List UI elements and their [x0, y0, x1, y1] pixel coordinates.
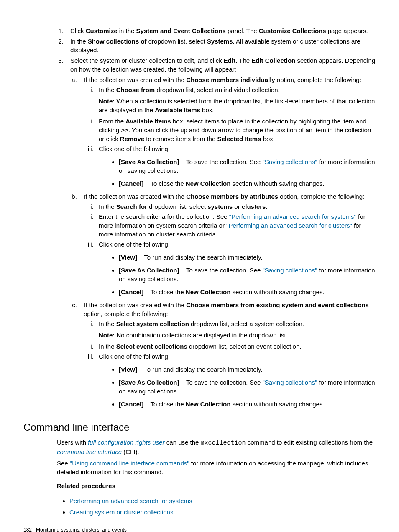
action-label: [View]	[119, 366, 137, 373]
text: (CLI).	[122, 448, 139, 455]
bold: Related procedures	[57, 482, 115, 489]
text: In the	[99, 86, 116, 93]
roman-list-a: In the Choose from dropdown list, select…	[84, 85, 376, 188]
text: option, complete the following:	[84, 310, 168, 317]
bullets-a: [Save As Collection] To save the collect…	[99, 157, 376, 188]
c-iii: Click one of the following: [View] To ru…	[95, 352, 376, 409]
text: . The	[235, 57, 251, 64]
chapter-title: Monitoring systems, clusters, and events	[36, 527, 127, 532]
text: Users with	[57, 439, 88, 446]
text: See	[57, 460, 70, 467]
text: No combination collections are displayed…	[115, 332, 288, 339]
view-bullet: [View] To run and display the search imm…	[119, 253, 376, 262]
text: If the collection was created with the	[84, 301, 186, 308]
text: Click one of the following:	[99, 145, 170, 152]
bold: clusters	[242, 203, 266, 210]
text: To close the	[151, 401, 186, 408]
a-i: In the Choose from dropdown list, select…	[95, 85, 376, 114]
link-saving-collections[interactable]: "Saving collections"	[263, 158, 317, 165]
bold: Choose members by attributes	[186, 193, 278, 200]
b-iii: Click one of the following: [View] To ru…	[95, 240, 376, 296]
text: section withouth saving changes.	[230, 401, 324, 408]
a-ii: From the Available Items box, select ite…	[95, 117, 376, 143]
text: dropdown list, select	[147, 38, 207, 45]
bold: Customize Collections	[259, 27, 326, 34]
bold: New Collection	[186, 401, 231, 408]
text: In the	[99, 320, 116, 327]
glossary-term[interactable]: command line interface	[57, 448, 122, 455]
text: When a collection is selected from the d…	[99, 98, 375, 113]
text: box.	[261, 135, 275, 142]
b-i: In the Search for dropdown list, select …	[95, 202, 376, 211]
cancel-bullet: [Cancel] To close the New Collection sec…	[119, 400, 376, 409]
glossary-term[interactable]: full configuration rights user	[88, 439, 164, 446]
action-label: [View]	[119, 254, 137, 261]
bold: Available Items	[125, 118, 171, 125]
bold: Choose members from existing system and …	[186, 301, 369, 308]
text: In the	[99, 343, 116, 350]
text: To close the	[151, 180, 186, 187]
bold: Choose members individually	[186, 76, 275, 83]
text: to remove items from the	[144, 135, 217, 142]
link-saving-collections[interactable]: "Saving collections"	[263, 379, 317, 386]
text: To close the	[151, 288, 186, 296]
related-procedures-list: Performing an advanced search for system…	[57, 496, 376, 517]
link-related-2[interactable]: Creating system or cluster collections	[69, 509, 173, 516]
note-a: Note: When a collection is selected from…	[99, 97, 376, 114]
text: To run and display the search immediatel…	[144, 254, 262, 261]
note-c: Note: No combination collections are dis…	[99, 331, 376, 339]
link-adv-search-systems[interactable]: "Performing an advanced search for syste…	[229, 213, 356, 220]
item-b: If the collection was created with the C…	[79, 192, 376, 296]
related-item-1: Performing an advanced search for system…	[69, 496, 376, 505]
bold: >>	[121, 126, 128, 134]
link-cli-commands[interactable]: "Using command line interface commands"	[70, 460, 189, 467]
item-a: If the collection was created with the C…	[79, 75, 376, 188]
a-iii: Click one of the following: [Save As Col…	[95, 144, 376, 188]
text: dropdown list, select a system collectio…	[189, 320, 304, 327]
note-label: Note:	[99, 332, 115, 339]
bold: Select system collection	[116, 320, 189, 327]
text: panel. The	[226, 27, 259, 34]
view-bullet: [View] To run and display the search imm…	[119, 365, 376, 374]
save-bullet: [Save As Collection] To save the collect…	[119, 378, 376, 396]
cli-paragraph-2: See "Using command line interface comman…	[57, 459, 376, 476]
c-i: In the Select system collection dropdown…	[95, 319, 376, 339]
text: can use the	[165, 439, 201, 446]
bold: New Collection	[186, 180, 231, 187]
bold: System and Event Collections	[136, 27, 226, 34]
cli-heading: Command line interface	[23, 420, 376, 434]
related-item-2: Creating system or cluster collections	[69, 508, 376, 517]
bold: Show collections of	[88, 38, 147, 45]
bold: Edit Collection	[251, 57, 295, 64]
bullets-c: [View] To run and display the search imm…	[99, 365, 376, 409]
text: section withouth saving changes.	[230, 288, 324, 296]
bold: Systems	[207, 38, 233, 45]
item-c: If the collection was created with the C…	[79, 301, 376, 409]
bold: Customize	[86, 27, 118, 34]
link-adv-search-clusters[interactable]: "Performing an advanced search for clust…	[226, 222, 352, 229]
bold: Edit	[224, 57, 235, 64]
link-saving-collections[interactable]: "Saving collections"	[263, 267, 317, 274]
text: option, complete the following:	[278, 193, 364, 200]
text: If the collection was created with the	[84, 193, 186, 200]
action-label: [Cancel]	[119, 288, 143, 296]
link-related-1[interactable]: Performing an advanced search for system…	[69, 497, 192, 504]
text: To save the collection. See	[186, 158, 263, 165]
text: To save the collection. See	[186, 379, 263, 386]
bullets-b: [View] To run and display the search imm…	[99, 253, 376, 296]
b-ii: Enter the search criteria for the collec…	[95, 212, 376, 239]
related-procedures-heading: Related procedures	[57, 481, 376, 490]
bold: Selected Items	[217, 135, 261, 142]
bold: Choose from	[116, 86, 155, 93]
text: In the	[99, 203, 116, 210]
cancel-bullet: [Cancel] To close the New Collection sec…	[119, 179, 376, 188]
roman-list-c: In the Select system collection dropdown…	[84, 319, 376, 409]
text: in the	[118, 27, 136, 34]
note-label: Note:	[99, 98, 115, 105]
text: Enter the search criteria for the collec…	[99, 213, 229, 220]
text: Click one of the following:	[99, 241, 170, 248]
code-command: mxcollection	[201, 439, 246, 447]
text: Select the system or cluster collection …	[70, 57, 224, 64]
action-label: [Cancel]	[119, 180, 143, 187]
text: box.	[200, 106, 214, 113]
